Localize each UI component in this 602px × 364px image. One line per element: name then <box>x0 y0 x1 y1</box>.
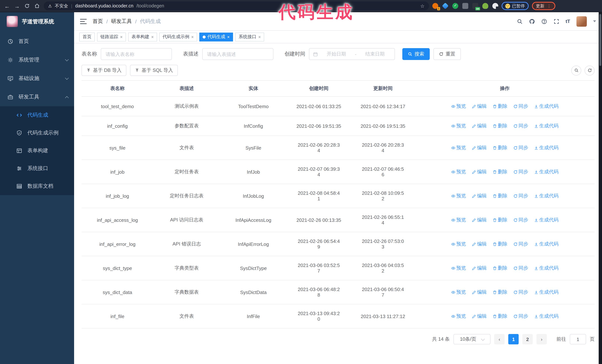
page-button-1[interactable]: 1 <box>508 334 519 344</box>
goto-page-input[interactable] <box>570 334 586 344</box>
preview-link[interactable]: 预览 <box>451 241 466 247</box>
preview-link[interactable]: 预览 <box>451 265 466 271</box>
preview-link[interactable]: 预览 <box>451 168 466 175</box>
close-icon[interactable]: × <box>191 34 194 40</box>
delete-link[interactable]: 删除 <box>493 241 507 247</box>
generate-code-link[interactable]: 生成代码 <box>534 123 559 129</box>
edit-link[interactable]: 编辑 <box>472 313 487 320</box>
preview-link[interactable]: 预览 <box>451 145 466 151</box>
edit-link[interactable]: 编辑 <box>472 241 487 247</box>
sync-link[interactable]: 同步 <box>513 289 528 295</box>
tag-表单构建[interactable]: 表单构建× <box>128 32 157 41</box>
gem-extension-icon[interactable] <box>442 3 449 9</box>
tag-代码生成[interactable]: 代码生成× <box>199 32 233 41</box>
sync-link[interactable]: 同步 <box>513 217 528 223</box>
sync-link[interactable]: 同步 <box>513 193 528 199</box>
prev-page-button[interactable]: ‹ <box>494 334 505 344</box>
edit-link[interactable]: 编辑 <box>472 145 487 151</box>
next-page-button[interactable]: › <box>537 334 547 344</box>
browser-update-button[interactable]: 更新 ⋮ <box>532 2 555 10</box>
fullscreen-icon[interactable] <box>553 18 559 24</box>
breadcrumb-item[interactable]: 研发工具 <box>111 18 132 25</box>
submenu-item-数据库文档[interactable]: 数据库文档 <box>0 177 74 195</box>
edit-link[interactable]: 编辑 <box>472 103 487 110</box>
date-range-picker[interactable]: 开始日期 - 结束日期 <box>309 48 395 60</box>
sidebar-item-首页[interactable]: 首页 <box>0 32 74 51</box>
preview-link[interactable]: 预览 <box>451 217 466 223</box>
sync-link[interactable]: 同步 <box>513 145 528 151</box>
submenu-item-代码生成[interactable]: 代码生成 <box>0 106 74 124</box>
reload-icon[interactable] <box>24 3 30 9</box>
search-icon[interactable] <box>516 18 523 24</box>
sync-link[interactable]: 同步 <box>513 123 528 129</box>
refresh-table-button[interactable] <box>585 65 595 75</box>
recorder-paused-pill[interactable]: 已暂停 <box>502 2 528 10</box>
import-db-button[interactable]: 基于 DB 导入 <box>82 65 127 76</box>
close-icon[interactable]: × <box>120 34 123 40</box>
generate-code-link[interactable]: 生成代码 <box>534 289 559 295</box>
edit-link[interactable]: 编辑 <box>472 168 487 175</box>
delete-link[interactable]: 删除 <box>493 123 507 129</box>
sidebar-item-研发工具[interactable]: 研发工具 <box>0 88 74 106</box>
edit-link[interactable]: 编辑 <box>472 217 487 223</box>
tag-系统接口[interactable]: 系统接口× <box>235 32 264 41</box>
sync-link[interactable]: 同步 <box>513 265 528 271</box>
toggle-search-button[interactable] <box>571 65 581 75</box>
generate-code-link[interactable]: 生成代码 <box>534 168 559 175</box>
close-icon[interactable]: × <box>227 34 230 40</box>
sync-link[interactable]: 同步 <box>513 103 528 110</box>
search-button[interactable]: 搜索 <box>402 48 430 60</box>
delete-link[interactable]: 删除 <box>493 193 507 199</box>
avatar[interactable] <box>576 16 587 26</box>
sync-link[interactable]: 同步 <box>513 313 528 320</box>
chevron-down-icon[interactable] <box>593 20 596 22</box>
preview-link[interactable]: 预览 <box>451 289 466 295</box>
delete-link[interactable]: 删除 <box>493 313 507 320</box>
generate-code-link[interactable]: 生成代码 <box>534 313 559 320</box>
edit-link[interactable]: 编辑 <box>472 123 487 129</box>
generate-code-link[interactable]: 生成代码 <box>534 103 559 110</box>
font-size-icon[interactable]: tT <box>566 19 570 24</box>
sidebar-logo-row[interactable]: 芋道管理系统 <box>0 12 74 31</box>
generate-code-link[interactable]: 生成代码 <box>534 265 559 271</box>
table-desc-input[interactable] <box>202 48 273 60</box>
panel-extension-icon[interactable] <box>462 3 468 9</box>
preview-link[interactable]: 预览 <box>451 193 466 199</box>
delete-link[interactable]: 删除 <box>493 217 507 223</box>
sidebar-item-基础设施[interactable]: 基础设施 <box>0 69 74 88</box>
page-button-2[interactable]: 2 <box>522 334 533 344</box>
forward-icon[interactable]: → <box>14 3 20 9</box>
generate-code-link[interactable]: 生成代码 <box>534 145 559 151</box>
tag-链路追踪[interactable]: 链路追踪× <box>97 32 126 41</box>
scrollbar[interactable] <box>599 12 602 364</box>
key-extension-icon[interactable] <box>482 3 488 9</box>
submenu-item-系统接口[interactable]: 系统接口 <box>0 160 74 177</box>
address-bar[interactable]: ⚠ 不安全 | dashboard.yudao.iocoder.cn/tool/… <box>44 1 429 10</box>
more-menu-icon[interactable]: ⋮ <box>547 3 551 8</box>
puzzle-extension-icon[interactable] <box>492 3 498 9</box>
sidebar-item-系统管理[interactable]: 系统管理 <box>0 51 74 69</box>
generate-code-link[interactable]: 生成代码 <box>534 217 559 223</box>
help-icon[interactable] <box>541 18 547 24</box>
back-icon[interactable]: ← <box>4 3 10 9</box>
sync-link[interactable]: 同步 <box>513 241 528 247</box>
tag-首页[interactable]: 首页 <box>79 32 95 41</box>
delete-link[interactable]: 删除 <box>493 289 507 295</box>
close-icon[interactable]: × <box>151 34 154 40</box>
scrollbar-thumb[interactable] <box>599 14 601 66</box>
delete-link[interactable]: 删除 <box>493 168 507 175</box>
delete-link[interactable]: 删除 <box>493 145 507 151</box>
preview-link[interactable]: 预览 <box>451 123 466 129</box>
preview-link[interactable]: 预览 <box>451 313 466 320</box>
table-name-input[interactable] <box>101 48 172 60</box>
bookmark-star-icon[interactable]: ☆ <box>420 3 425 9</box>
collapse-sidebar-icon[interactable] <box>80 19 87 24</box>
submenu-item-表单构建[interactable]: 表单构建 <box>0 142 74 160</box>
preview-link[interactable]: 预览 <box>451 103 466 110</box>
delete-link[interactable]: 删除 <box>493 103 507 110</box>
generate-code-link[interactable]: 生成代码 <box>534 241 559 247</box>
edit-link[interactable]: 编辑 <box>472 289 487 295</box>
orange-extension-icon[interactable]: 1 <box>432 3 438 9</box>
reset-button[interactable]: 重置 <box>433 48 461 60</box>
tag-代码生成示例[interactable]: 代码生成示例× <box>159 32 197 41</box>
